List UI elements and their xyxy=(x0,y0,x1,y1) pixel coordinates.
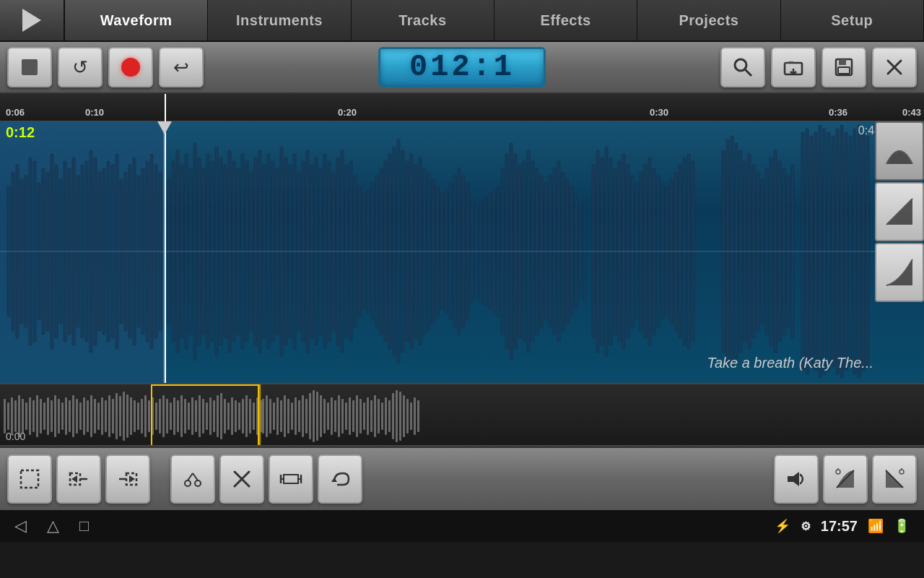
svg-rect-290 xyxy=(309,393,311,439)
svg-point-329 xyxy=(185,480,191,486)
svg-rect-283 xyxy=(284,395,286,437)
svg-rect-316 xyxy=(403,395,405,437)
svg-rect-310 xyxy=(381,402,383,430)
delete-button[interactable] xyxy=(219,454,264,504)
svg-rect-232 xyxy=(108,395,110,437)
fade-in-edit-icon xyxy=(834,467,857,491)
mini-waveform-overview[interactable]: 0:00 xyxy=(0,383,924,447)
mini-time-label: 0:00 xyxy=(6,431,25,442)
svg-rect-305 xyxy=(363,402,365,430)
fade-in-edit-button[interactable] xyxy=(823,454,868,504)
svg-rect-302 xyxy=(352,400,354,432)
undo-edit-icon xyxy=(328,467,352,491)
battery-icon: 🔋 xyxy=(894,518,910,534)
transport-bar: ↻ ↩ 012:1 xyxy=(0,42,924,94)
svg-line-331 xyxy=(188,473,193,480)
playhead-line xyxy=(165,94,166,383)
select-right-button[interactable] xyxy=(105,454,150,504)
svg-rect-239 xyxy=(134,400,136,432)
svg-rect-231 xyxy=(105,400,107,432)
svg-marker-340 xyxy=(331,478,337,482)
svg-rect-229 xyxy=(97,402,100,430)
tab-tracks[interactable]: Tracks xyxy=(352,0,494,40)
fade-linear-button[interactable] xyxy=(875,182,924,241)
volume-button[interactable] xyxy=(774,454,819,504)
back-icon[interactable]: ◁ xyxy=(14,517,27,535)
fade-convex-button[interactable] xyxy=(875,121,924,181)
svg-rect-309 xyxy=(378,399,380,434)
svg-line-332 xyxy=(193,473,198,480)
svg-rect-279 xyxy=(269,399,271,434)
svg-rect-264 xyxy=(224,399,226,434)
svg-rect-247 xyxy=(162,395,165,437)
svg-rect-251 xyxy=(177,400,179,432)
svg-rect-249 xyxy=(170,402,172,430)
svg-rect-308 xyxy=(374,395,376,437)
fade-out-edit-button[interactable] xyxy=(872,454,917,504)
svg-rect-227 xyxy=(90,395,92,437)
svg-rect-293 xyxy=(320,395,322,437)
svg-rect-218 xyxy=(58,399,60,434)
search-button[interactable] xyxy=(720,47,765,87)
tab-effects[interactable]: Effects xyxy=(494,0,637,40)
svg-rect-295 xyxy=(327,402,329,430)
svg-rect-206 xyxy=(14,400,17,432)
save-icon xyxy=(834,57,854,77)
system-bar: ◁ △ □ ⚡ ⚙ 17:57 📶 🔋 xyxy=(0,510,924,542)
svg-rect-271 xyxy=(249,399,251,434)
waveform-area[interactable]: 0:06 0:10 0:20 0:30 0:36 0:43 0:12 0:43 xyxy=(0,94,924,383)
usb-icon: ⚡ xyxy=(775,518,790,534)
system-status: ⚡ ⚙ 17:57 📶 🔋 xyxy=(775,518,910,535)
svg-rect-243 xyxy=(148,400,150,432)
scissors-icon xyxy=(181,467,204,491)
wifi-icon: 📶 xyxy=(868,518,884,534)
loop-button[interactable]: ↻ xyxy=(58,47,103,87)
svg-rect-303 xyxy=(356,395,358,437)
svg-rect-240 xyxy=(137,402,139,430)
svg-rect-241 xyxy=(141,399,143,434)
close-button[interactable] xyxy=(872,47,917,87)
save-button[interactable] xyxy=(821,47,866,87)
svg-rect-320 xyxy=(417,400,419,432)
svg-rect-265 xyxy=(227,402,230,430)
svg-rect-252 xyxy=(180,395,183,437)
timeline-mark-006: 0:06 xyxy=(6,107,25,118)
undo-button[interactable]: ↩ xyxy=(159,47,204,87)
svg-rect-294 xyxy=(323,399,326,434)
tab-instruments[interactable]: Instruments xyxy=(208,0,351,40)
svg-rect-254 xyxy=(188,402,190,430)
search-icon xyxy=(733,57,753,77)
svg-rect-312 xyxy=(388,400,391,432)
home-icon[interactable]: △ xyxy=(47,517,59,535)
fade-convex-icon xyxy=(884,135,915,167)
undo-edit-button[interactable] xyxy=(318,454,362,504)
open-folder-icon xyxy=(783,57,803,77)
fit-icon xyxy=(279,467,302,491)
svg-rect-268 xyxy=(238,402,240,430)
tab-projects[interactable]: Projects xyxy=(637,0,780,40)
svg-rect-313 xyxy=(392,393,394,439)
svg-rect-322 xyxy=(21,470,38,488)
play-button[interactable] xyxy=(0,0,65,40)
svg-marker-325 xyxy=(71,475,77,483)
record-button[interactable] xyxy=(108,47,153,87)
select-region-button[interactable] xyxy=(7,454,52,504)
playhead-marker xyxy=(157,121,172,134)
fade-concave-button[interactable] xyxy=(875,243,924,302)
tab-waveform[interactable]: Waveform xyxy=(65,0,208,40)
svg-rect-235 xyxy=(119,396,121,436)
tab-setup[interactable]: Setup xyxy=(781,0,924,40)
svg-rect-208 xyxy=(22,399,24,434)
select-left-button[interactable] xyxy=(56,454,101,504)
svg-rect-282 xyxy=(280,400,282,432)
fade-out-edit-icon xyxy=(883,467,906,491)
cut-button[interactable] xyxy=(170,454,215,504)
open-button[interactable] xyxy=(771,47,816,87)
recents-icon[interactable]: □ xyxy=(79,517,89,535)
stop-button[interactable] xyxy=(7,47,52,87)
fit-button[interactable] xyxy=(269,454,313,504)
svg-rect-266 xyxy=(231,397,233,435)
svg-rect-225 xyxy=(83,397,85,435)
select-right-icon xyxy=(116,467,139,491)
svg-marker-341 xyxy=(788,472,799,486)
